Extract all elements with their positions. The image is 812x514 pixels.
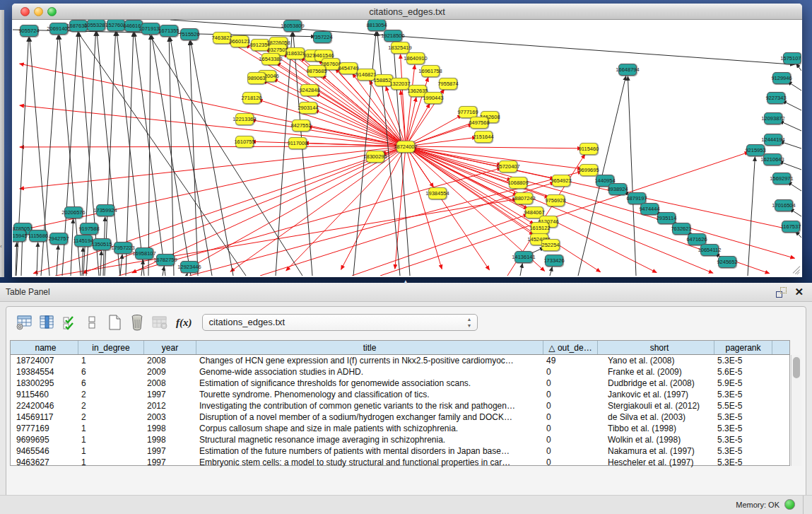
memory-status-indicator[interactable] xyxy=(784,499,795,510)
float-panel-icon[interactable] xyxy=(776,287,787,298)
table-row[interactable]: 946362711997Embryonic stem cells: a mode… xyxy=(11,457,789,468)
column-header[interactable]: in_degree xyxy=(78,341,144,354)
network-node[interactable]: 18807243 xyxy=(514,192,533,204)
table-row[interactable]: 1456911722003Disruption of a novel membe… xyxy=(11,411,789,423)
network-node[interactable]: 9055724 xyxy=(20,25,38,37)
network-node[interactable]: 7357224 xyxy=(313,31,331,43)
network-node[interactable]: 20691406 xyxy=(49,23,68,35)
network-node[interactable]: 6471626 xyxy=(688,233,706,245)
network-node[interactable]: 2935114 xyxy=(657,212,676,224)
column-header[interactable]: short xyxy=(598,341,714,354)
network-node[interactable]: 6497568 xyxy=(470,117,488,129)
network-node[interactable]: 19218506 xyxy=(384,30,402,42)
network-node[interactable]: 16958107 xyxy=(135,247,153,259)
network-node[interactable]: 16961758 xyxy=(421,65,440,77)
network-node[interactable]: 1610755 xyxy=(235,136,254,148)
network-node[interactable]: 9474444 xyxy=(640,203,659,215)
network-node[interactable]: 12093872 xyxy=(764,112,782,124)
network-node[interactable]: 16053809 xyxy=(283,20,302,32)
network-node[interactable]: 1068809 xyxy=(509,177,527,189)
column-header[interactable]: pagerank xyxy=(714,341,772,354)
network-node[interactable]: 989063 xyxy=(247,72,266,84)
network-node[interactable]: 10553287 xyxy=(87,20,105,31)
column-header[interactable]: name xyxy=(11,341,78,354)
delete-column-icon[interactable] xyxy=(128,313,146,332)
network-node[interactable]: 2718120 xyxy=(242,92,261,104)
network-node[interactable]: 9777169 xyxy=(459,106,477,118)
network-node[interactable]: 2903144 xyxy=(299,102,317,114)
network-node[interactable]: 15720407 xyxy=(499,160,517,173)
network-node[interactable]: 16648794 xyxy=(618,64,637,76)
network-node[interactable]: 20206576 xyxy=(64,206,83,218)
network-node[interactable]: 9115460 xyxy=(579,143,598,155)
network-node[interactable]: 1167537 xyxy=(782,221,800,233)
network-node[interactable]: 9245652 xyxy=(718,256,736,268)
scrollbar-thumb[interactable] xyxy=(793,357,800,378)
network-node[interactable]: 2942757 xyxy=(49,233,68,245)
network-node[interactable]: 9227343 xyxy=(767,92,785,104)
network-node[interactable]: 2151644 xyxy=(474,131,493,143)
network-node[interactable]: 9699695 xyxy=(579,164,598,176)
network-node[interactable]: 17957223 xyxy=(114,242,132,254)
collapsed-panel-strip[interactable]: ‹ xyxy=(0,10,4,277)
table-row[interactable]: 1938455462009Genome-wide association stu… xyxy=(11,366,789,378)
network-node[interactable]: 10719133 xyxy=(141,23,160,35)
network-canvas[interactable]: 9055724206914061687630610553287152760264… xyxy=(13,20,801,276)
network-node[interactable]: 1671355 xyxy=(160,25,178,37)
network-node[interactable]: 10654112 xyxy=(700,244,719,256)
network-node[interactable]: 15692971 xyxy=(772,173,791,185)
close-panel-icon[interactable]: ✕ xyxy=(794,286,804,298)
network-node[interactable]: 1115686 xyxy=(29,230,47,242)
network-node[interactable]: 9197588 xyxy=(80,223,98,235)
network-node[interactable]: 7632621 xyxy=(672,223,690,235)
splitter-handle[interactable]: ▲ xyxy=(403,279,408,285)
network-node[interactable]: 18640910 xyxy=(406,52,425,64)
column-header[interactable]: year xyxy=(144,341,196,354)
network-node[interactable]: 8427552 xyxy=(292,119,310,132)
network-node[interactable]: 12923446 xyxy=(180,261,199,273)
network-node[interactable]: 8813054 xyxy=(367,20,386,31)
network-file-select[interactable]: citations_edges.txt ▲▼ xyxy=(202,314,478,331)
network-node[interactable]: 17016504 xyxy=(775,199,793,211)
window-titlebar[interactable]: citations_edges.txt xyxy=(12,4,802,20)
network-node[interactable]: 1615122 xyxy=(531,222,549,234)
network-node[interactable]: 9146821 xyxy=(357,69,375,81)
network-node[interactable]: 16543382 xyxy=(261,53,280,65)
network-node[interactable]: 252254 xyxy=(541,239,560,251)
network-node[interactable]: 15751074 xyxy=(783,52,801,64)
network-node[interactable]: 14136141 xyxy=(514,251,533,263)
network-node[interactable]: 18325419 xyxy=(391,42,409,54)
network-hub-node[interactable]: 18724007 xyxy=(396,141,415,153)
window-resize-grip[interactable] xyxy=(790,264,800,274)
network-node[interactable]: 8186328 xyxy=(286,47,305,59)
network-node[interactable]: 6879197 xyxy=(628,192,646,204)
table-row[interactable]: 1830029562008Estimation of significance … xyxy=(11,378,789,389)
network-node[interactable]: 19384554 xyxy=(428,187,447,199)
table-row[interactable]: 946554611997Estimation of the future num… xyxy=(11,445,789,457)
network-node[interactable]: 17359924 xyxy=(96,204,114,216)
select-all-icon[interactable] xyxy=(60,313,78,332)
network-node[interactable]: 7955874 xyxy=(439,78,457,90)
table-row[interactable]: 2242004622012Investigating the contribut… xyxy=(11,400,789,411)
clear-selection-icon[interactable] xyxy=(83,313,101,332)
table-row[interactable]: 977716911998Corpus callosum shape and si… xyxy=(11,423,789,434)
table-settings-icon[interactable] xyxy=(15,313,33,332)
table-header-row[interactable]: namein_degreeyeartitle△ out_de…shortpage… xyxy=(11,341,789,355)
network-node[interactable]: 18300295 xyxy=(366,151,384,163)
network-node[interactable]: 8454749 xyxy=(339,62,358,74)
network-node[interactable]: 9215953 xyxy=(746,144,765,156)
new-column-icon[interactable] xyxy=(105,313,124,332)
network-node[interactable]: 16782759 xyxy=(156,254,175,266)
collapse-arrow-icon[interactable]: ‹ xyxy=(0,243,2,250)
table-row[interactable]: 911546021997Tourette syndrome. Phenomeno… xyxy=(11,389,789,400)
network-node[interactable]: 1145194 xyxy=(74,235,93,247)
network-node[interactable]: 1527602 xyxy=(107,20,125,31)
network-node[interactable]: 8938924 xyxy=(608,183,627,195)
network-node[interactable]: 7515526 xyxy=(180,28,199,40)
network-node[interactable]: 12213363 xyxy=(235,113,254,125)
delete-table-disabled-icon[interactable] xyxy=(151,313,169,332)
network-node[interactable]: 9242848 xyxy=(300,84,319,96)
network-node[interactable]: 9660123 xyxy=(230,35,249,47)
column-header[interactable]: △ out_de… xyxy=(543,341,598,354)
network-node[interactable]: 1322037 xyxy=(391,78,409,90)
